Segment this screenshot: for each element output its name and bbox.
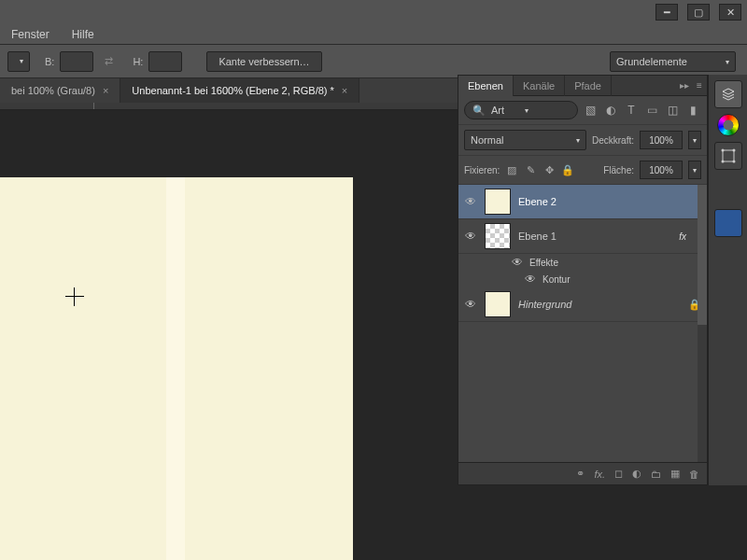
- collapse-icon[interactable]: ▸▸: [677, 80, 692, 91]
- aspect-dropdown[interactable]: ▾: [7, 51, 30, 72]
- tab-kanaele[interactable]: Kanäle: [514, 76, 565, 96]
- layer-row[interactable]: 👁 Ebene 1 fx ▾: [458, 219, 707, 254]
- link-layers-icon[interactable]: ⚭: [576, 468, 585, 480]
- chevron-down-icon: ▾: [576, 136, 580, 145]
- filter-type-icon[interactable]: T: [623, 102, 640, 119]
- layer-filter-dropdown[interactable]: 🔍 ▾: [464, 101, 578, 119]
- filter-pixel-icon[interactable]: ▧: [582, 102, 599, 119]
- svg-point-4: [732, 161, 735, 163]
- menu-fenster[interactable]: Fenster: [11, 28, 49, 41]
- lock-transparency-icon[interactable]: ▨: [505, 163, 518, 176]
- fill-stepper[interactable]: ▾: [688, 161, 701, 179]
- layer-effect-item[interactable]: 👁 Kontur: [458, 271, 707, 287]
- layer-name[interactable]: Ebene 2: [518, 196, 701, 207]
- width-label: B:: [45, 56, 54, 67]
- blend-mode-value: Normal: [471, 134, 503, 146]
- layer-row[interactable]: 👁 Hintergrund 🔒: [458, 287, 707, 322]
- blend-mode-dropdown[interactable]: Normal ▾: [464, 130, 586, 150]
- document-tab[interactable]: Unbenannt-1 bei 1600% (Ebene 2, RGB/8) *…: [120, 78, 359, 103]
- panel-menu-icon[interactable]: ≡: [692, 80, 707, 91]
- svg-point-2: [732, 149, 735, 152]
- layer-name[interactable]: Ebene 1: [518, 231, 671, 242]
- panel-footer: ⚭ fx. ◻ ◐ 🗀 ▦ 🗑: [458, 462, 707, 484]
- tab-pfade[interactable]: Pfade: [565, 76, 612, 96]
- layer-name[interactable]: Hintergrund: [518, 299, 681, 310]
- search-icon: 🔍: [472, 105, 486, 117]
- document-tab[interactable]: bei 100% (Grau/8) ×: [0, 78, 120, 103]
- visibility-icon[interactable]: 👁: [464, 298, 477, 311]
- close-button[interactable]: ✕: [719, 4, 741, 21]
- panel-dock: [708, 75, 747, 485]
- fill-value[interactable]: 100%: [640, 161, 683, 179]
- layer-effects-row[interactable]: 👁 Effekte: [458, 254, 707, 271]
- width-input[interactable]: [60, 51, 93, 72]
- dock-transform-icon[interactable]: [714, 142, 742, 170]
- layer-thumbnail[interactable]: [485, 291, 511, 317]
- visibility-icon[interactable]: 👁: [524, 273, 537, 286]
- visibility-icon[interactable]: 👁: [511, 256, 524, 269]
- swap-dimensions-icon[interactable]: ⇄: [99, 55, 118, 67]
- canvas-stripe: [166, 177, 185, 560]
- dock-layers-icon[interactable]: [714, 80, 742, 108]
- cursor-crosshair: [65, 287, 84, 306]
- layer-thumbnail[interactable]: [485, 223, 511, 249]
- adjustment-layer-icon[interactable]: ◐: [632, 468, 641, 480]
- lock-paint-icon[interactable]: ✎: [524, 163, 537, 176]
- new-layer-icon[interactable]: ▦: [670, 468, 680, 480]
- effect-name: Kontur: [543, 274, 570, 285]
- lock-all-icon[interactable]: 🔒: [561, 163, 574, 176]
- filter-toggle[interactable]: ▮: [684, 102, 701, 119]
- new-group-icon[interactable]: 🗀: [651, 469, 661, 480]
- layer-mask-icon[interactable]: ◻: [614, 468, 623, 480]
- layer-row[interactable]: 👁 Ebene 2: [458, 185, 707, 219]
- opacity-label: Deckkraft:: [592, 135, 634, 146]
- menubar: Fenster Hilfe: [0, 24, 747, 45]
- menu-hilfe[interactable]: Hilfe: [72, 28, 94, 41]
- workspace-dropdown[interactable]: Grundelemente ▾: [610, 51, 736, 72]
- options-bar: ▾ B: ⇄ H: Kante verbessern… Grundelement…: [0, 45, 747, 78]
- tab-title: Unbenannt-1 bei 1600% (Ebene 2, RGB/8) *: [132, 85, 333, 96]
- close-tab-icon[interactable]: ×: [342, 85, 347, 96]
- visibility-icon[interactable]: 👁: [464, 230, 477, 243]
- filter-adjust-icon[interactable]: ◐: [602, 102, 619, 119]
- svg-point-3: [721, 161, 724, 163]
- window-titlebar: ━ ▢ ✕: [0, 0, 747, 24]
- blend-row: Normal ▾ Deckkraft: 100% ▾: [458, 125, 707, 156]
- lock-label: Fixieren:: [464, 165, 500, 175]
- filter-type[interactable]: [491, 105, 519, 116]
- refine-edge-button[interactable]: Kante verbessern…: [206, 51, 321, 72]
- opacity-value[interactable]: 100%: [640, 131, 683, 149]
- chevron-down-icon: ▾: [726, 58, 729, 66]
- scrollbar[interactable]: [698, 185, 707, 462]
- opacity-stepper[interactable]: ▾: [688, 131, 701, 149]
- chevron-down-icon: ▾: [525, 106, 529, 115]
- fill-label: Fläche:: [603, 165, 634, 175]
- visibility-icon[interactable]: 👁: [464, 195, 477, 208]
- layer-style-icon[interactable]: fx.: [594, 469, 605, 480]
- svg-point-1: [721, 149, 724, 152]
- fx-badge[interactable]: fx: [679, 231, 686, 242]
- lock-position-icon[interactable]: ✥: [543, 163, 556, 176]
- minimize-button[interactable]: ━: [655, 4, 678, 21]
- dock-color-icon[interactable]: [717, 114, 740, 136]
- svg-rect-0: [723, 150, 734, 161]
- layer-thumbnail[interactable]: [485, 189, 511, 215]
- workspace-label: Grundelemente: [616, 56, 687, 67]
- close-tab-icon[interactable]: ×: [103, 85, 108, 96]
- tab-ebenen[interactable]: Ebenen: [458, 76, 514, 96]
- effects-label: Effekte: [529, 258, 558, 268]
- height-label: H:: [133, 56, 143, 67]
- panel-tabs: Ebenen Kanäle Pfade ▸▸ ≡: [458, 76, 707, 96]
- delete-layer-icon[interactable]: 🗑: [689, 469, 699, 480]
- canvas[interactable]: [0, 177, 353, 560]
- dock-swatch-icon[interactable]: [714, 209, 742, 237]
- maximize-button[interactable]: ▢: [687, 4, 710, 21]
- filter-shape-icon[interactable]: ▭: [643, 102, 660, 119]
- layers-panel: Ebenen Kanäle Pfade ▸▸ ≡ 🔍 ▾ ▧ ◐ T ▭ ◫ ▮…: [458, 75, 708, 485]
- layer-list: 👁 Ebene 2 👁 Ebene 1 fx ▾ 👁 Effekte 👁 Kon…: [458, 185, 707, 462]
- tab-title: bei 100% (Grau/8): [11, 85, 95, 96]
- layer-filter-row: 🔍 ▾ ▧ ◐ T ▭ ◫ ▮: [458, 96, 707, 125]
- height-input[interactable]: [148, 51, 182, 72]
- filter-smart-icon[interactable]: ◫: [664, 102, 681, 119]
- lock-row: Fixieren: ▨ ✎ ✥ 🔒 Fläche: 100% ▾: [458, 156, 707, 185]
